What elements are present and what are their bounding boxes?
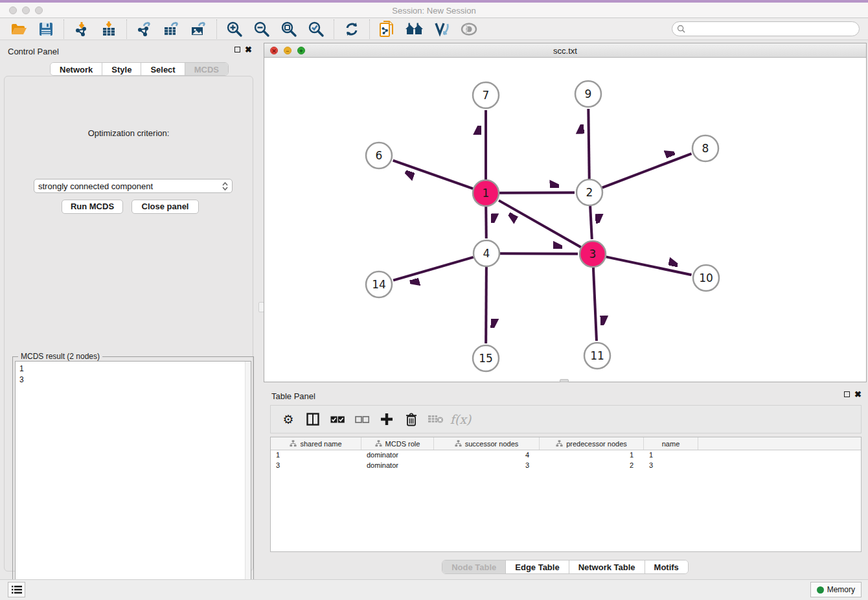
tab-style[interactable]: Style	[102, 63, 141, 75]
network-resize-grip[interactable]	[560, 379, 569, 382]
show-style-button[interactable]	[431, 19, 453, 39]
table-cell[interactable]: 1	[644, 450, 698, 461]
edge-4-3[interactable]	[500, 253, 578, 254]
zoom-fit-button[interactable]	[278, 19, 300, 39]
hide-graphics-button[interactable]	[458, 19, 480, 39]
graph-node-11[interactable]: 11	[584, 343, 610, 369]
tab-mcds[interactable]: MCDS	[185, 63, 228, 75]
edge-1-2[interactable]	[499, 192, 575, 193]
zoom-out-button[interactable]	[251, 19, 273, 39]
table-cell[interactable]: 4	[434, 450, 540, 461]
svg-text:10: 10	[699, 271, 713, 284]
delete-table-button[interactable]	[425, 408, 447, 430]
open-folder-icon	[10, 22, 27, 36]
graph-node-15[interactable]: 15	[473, 345, 499, 371]
tab-edge-table[interactable]: Edge Table	[506, 560, 569, 573]
apply-layout-button[interactable]	[341, 19, 363, 39]
column-header-name[interactable]: name	[644, 437, 698, 450]
save-session-button[interactable]	[35, 19, 57, 39]
edge-2-3[interactable]	[590, 206, 592, 239]
close-panel-icon[interactable]: ✖	[245, 46, 252, 53]
open-session-button[interactable]	[8, 19, 30, 39]
optimization-criterion-select[interactable]: strongly connected component	[34, 179, 233, 193]
clone-network-button[interactable]	[376, 19, 398, 39]
table-row[interactable]: 1dominator411	[271, 450, 861, 461]
edge-4-15[interactable]	[486, 267, 486, 343]
table-cell[interactable]: 1	[271, 450, 361, 461]
export-network-button[interactable]	[133, 19, 155, 39]
select-all-icon	[330, 416, 345, 423]
graph-node-7[interactable]: 7	[473, 82, 499, 108]
tab-node-table[interactable]: Node Table	[442, 560, 506, 573]
table-cell[interactable]: 3	[644, 461, 698, 471]
edge-3-11[interactable]	[593, 268, 597, 341]
delete-column-button[interactable]	[400, 408, 422, 430]
tab-select[interactable]: Select	[141, 63, 185, 75]
control-panel-title: Control Panel	[8, 47, 59, 56]
graph-node-9[interactable]: 9	[575, 81, 601, 107]
hierarchy-icon	[290, 440, 297, 447]
add-column-button[interactable]	[376, 408, 398, 430]
column-header-MCDS-role[interactable]: MCDS role	[361, 437, 434, 450]
tab-network[interactable]: Network	[51, 63, 102, 75]
graph-node-1[interactable]: 1	[473, 180, 499, 206]
graph-node-10[interactable]: 10	[693, 265, 719, 291]
graph-node-3[interactable]: 3	[580, 241, 606, 267]
column-header-shared-name[interactable]: shared name	[271, 437, 361, 450]
edge-4-14[interactable]	[393, 257, 474, 281]
table-cell[interactable]: 2	[540, 461, 644, 471]
edge-3-10[interactable]	[606, 257, 692, 275]
graph-node-6[interactable]: 6	[366, 143, 392, 168]
zoom-in-button[interactable]	[223, 19, 246, 39]
close-panel-button[interactable]: Close panel	[131, 200, 199, 214]
hierarchy-icon	[375, 440, 382, 447]
import-network-button[interactable]	[71, 19, 93, 39]
float-panel-icon[interactable]	[234, 47, 240, 52]
graph-node-14[interactable]: 14	[366, 271, 392, 297]
network-window-titlebar[interactable]: ✕ − + scc.txt	[264, 43, 866, 58]
edge-2-8[interactable]	[602, 154, 692, 187]
float-table-panel-icon[interactable]	[844, 391, 850, 397]
select-all-button[interactable]	[326, 408, 348, 430]
graph-node-2[interactable]: 2	[577, 179, 602, 205]
tab-network-table[interactable]: Network Table	[569, 560, 645, 573]
export-table-button[interactable]	[161, 19, 183, 39]
table-row[interactable]: 3dominator323	[271, 461, 861, 471]
close-table-panel-icon[interactable]: ✖	[854, 391, 862, 398]
split-panel-button[interactable]	[302, 408, 324, 430]
first-neighbors-button[interactable]	[404, 19, 426, 39]
graph-node-4[interactable]: 4	[474, 240, 499, 266]
gear-icon: ⚙	[282, 412, 293, 426]
table-cell[interactable]: dominator	[361, 461, 434, 471]
edge-1-4[interactable]	[486, 207, 486, 238]
table-cell[interactable]: dominator	[361, 450, 434, 461]
import-table-button[interactable]	[98, 19, 120, 39]
edge-3-1[interactable]	[499, 200, 581, 247]
table-settings-button[interactable]: ⚙	[277, 408, 299, 430]
task-history-button[interactable]	[8, 582, 25, 597]
search-input[interactable]	[685, 25, 859, 34]
node-table-header: shared nameMCDS rolesuccessor nodesprede…	[271, 437, 861, 450]
result-scrollbar[interactable]	[245, 362, 251, 598]
table-toolbar: ⚙ f(x)	[270, 405, 862, 433]
network-canvas[interactable]: 1234678910111415	[264, 58, 866, 382]
table-cell[interactable]: 3	[434, 461, 540, 471]
column-header-predecessor-nodes[interactable]: predecessor nodes	[540, 437, 644, 450]
edge-2-9[interactable]	[588, 109, 589, 179]
export-image-button[interactable]	[188, 19, 210, 39]
graph-node-8[interactable]: 8	[692, 135, 718, 161]
deselect-all-button[interactable]	[351, 408, 373, 430]
edge-1-6[interactable]	[393, 161, 473, 189]
refresh-icon	[344, 21, 360, 37]
tab-motifs[interactable]: Motifs	[645, 560, 688, 573]
memory-button[interactable]: Memory	[810, 582, 862, 597]
run-mcds-button[interactable]: Run MCDS	[62, 200, 123, 214]
table-cell[interactable]: 1	[540, 450, 644, 461]
column-header-successor-nodes[interactable]: successor nodes	[434, 437, 540, 450]
zoom-selected-button[interactable]	[305, 19, 327, 39]
mcds-result-area[interactable]: 1 3	[15, 361, 251, 599]
function-builder-button[interactable]: f(x)	[450, 408, 472, 430]
search-field[interactable]	[672, 21, 860, 36]
table-cell[interactable]: 3	[271, 461, 361, 471]
window-title: Session: New Session	[0, 6, 868, 16]
